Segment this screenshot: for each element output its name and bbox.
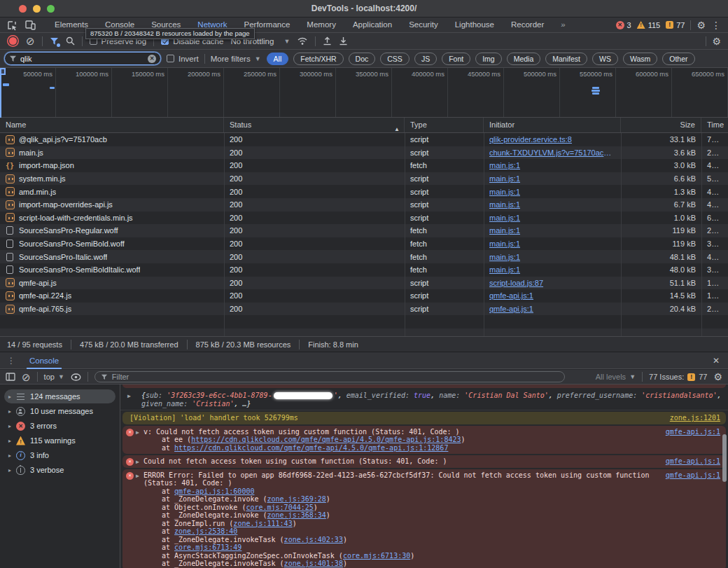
table-row[interactable] <box>0 328 728 336</box>
resource-type-pill[interactable]: Fetch/XHR <box>293 53 343 65</box>
stack-link[interactable]: https://cdn.qlikcloud.com/qmfe/qmfe-api/… <box>174 444 448 452</box>
expand-caret-icon[interactable]: ▸ <box>8 452 11 459</box>
drawer-menu-icon[interactable]: ⋮ <box>7 356 15 366</box>
stack-link[interactable]: https://cdn.qlikcloud.com/qmfe/qmfe-api/… <box>191 436 461 443</box>
console-sidebar-item[interactable]: ▸ 3 info <box>4 448 115 462</box>
expand-caret-icon[interactable]: ▸ <box>8 394 11 400</box>
panel-tab[interactable]: Lighthouse <box>447 18 503 32</box>
more-filters-dropdown[interactable]: More filters ▼ <box>211 55 261 63</box>
more-options-icon[interactable]: ⋮ <box>711 20 721 30</box>
resource-type-pill[interactable]: Wasm <box>623 53 657 65</box>
filter-toggle-icon[interactable] <box>50 37 59 46</box>
table-row[interactable]: @qlik_api.js?v=75170acb 200 script qlik-… <box>0 133 728 146</box>
initiator-link[interactable]: script-load.js:87 <box>489 279 615 287</box>
stack-link[interactable]: core.mjs:6713:30 <box>343 552 410 560</box>
panel-tab[interactable]: » <box>552 18 573 32</box>
table-row[interactable]: script-load-with-credentials.min.js 200 … <box>0 212 728 225</box>
resource-type-pill[interactable]: WS <box>592 53 618 65</box>
table-row[interactable]: SourceSansPro-Regular.woff 200 fetch mai… <box>0 224 728 237</box>
network-settings-gear-icon[interactable]: ⚙ <box>712 36 721 46</box>
table-row[interactable]: amd.min.js 200 script main.js:1 1.3 kB 4… <box>0 185 728 198</box>
stack-link[interactable]: core.mjs:6713:49 <box>174 543 241 551</box>
stack-link[interactable]: core.mjs:7044:25 <box>246 504 313 511</box>
expand-caret-icon[interactable]: ▶ <box>127 392 131 401</box>
initiator-link[interactable]: qlik-provider.service.ts:8 <box>489 135 615 144</box>
column-header-time[interactable]: Time <box>701 118 728 132</box>
source-link[interactable]: zone.js:1201 <box>670 414 720 422</box>
console-sidebar-item[interactable]: ▸ 124 messages <box>4 389 115 403</box>
export-har-icon[interactable] <box>339 36 348 46</box>
issues-count-badge[interactable]: 77 <box>666 21 685 29</box>
inspect-element-icon[interactable] <box>7 20 18 30</box>
device-toolbar-icon[interactable] <box>25 20 36 30</box>
column-header-type[interactable]: Type <box>405 118 484 132</box>
clear-network-log-icon[interactable]: ⊘ <box>26 36 35 46</box>
initiator-link[interactable]: main.js:1 <box>489 188 615 196</box>
expand-caret-icon[interactable]: ▶ <box>136 429 139 437</box>
resource-type-pill[interactable]: Manifest <box>545 53 587 65</box>
search-icon[interactable] <box>66 36 75 46</box>
console-sidebar-toggle-icon[interactable] <box>6 373 15 381</box>
error-count-badge[interactable]: ✕ 3 <box>616 21 631 29</box>
log-levels-dropdown[interactable]: All levels ▼ <box>596 373 636 381</box>
network-filter-input[interactable] <box>20 55 144 63</box>
stack-link[interactable]: zone.js:401:38 <box>284 560 343 567</box>
drawer-tab-console[interactable]: Console <box>22 352 66 369</box>
table-row[interactable] <box>0 315 728 328</box>
column-header-size[interactable]: Size <box>621 118 701 132</box>
live-expression-eye-icon[interactable] <box>71 373 81 381</box>
table-row[interactable]: SourceSansPro-SemiBoldItalic.woff 200 fe… <box>0 263 728 277</box>
settings-gear-icon[interactable]: ⚙ <box>696 20 706 30</box>
console-scrollbar-thumb[interactable] <box>722 434 727 482</box>
record-network-log-button[interactable] <box>9 37 17 45</box>
network-conditions-icon[interactable] <box>297 36 308 46</box>
invert-checkbox[interactable]: Invert <box>167 55 199 63</box>
stack-link[interactable]: zone.js:2538:40 <box>174 527 237 535</box>
table-row[interactable]: qmfe-api.js 200 script script-load.js:87… <box>0 277 728 290</box>
checkbox-unchecked[interactable] <box>167 55 174 62</box>
initiator-link[interactable]: chunk-TXDUYLVM.js?v=75170acb:59 <box>489 148 615 157</box>
stack-link[interactable]: zone.js:402:33 <box>284 536 343 543</box>
source-link[interactable]: qmfe-api.js:1 <box>666 471 720 480</box>
console-sidebar-item[interactable]: ▸ 3 errors <box>4 419 115 433</box>
initiator-link[interactable]: main.js:1 <box>489 226 615 235</box>
expand-caret-icon[interactable]: ▸ <box>8 438 11 444</box>
resource-type-pill[interactable]: CSS <box>380 53 410 65</box>
console-filter-input[interactable]: Filter <box>94 371 565 382</box>
initiator-link[interactable]: qmfe-api.js:1 <box>489 291 615 300</box>
resource-type-pill[interactable]: Doc <box>349 53 376 65</box>
source-link[interactable]: qmfe-api.js:1 <box>666 428 720 436</box>
table-row[interactable]: qmfe-api.224.js 200 script qmfe-api.js:1… <box>0 289 728 303</box>
initiator-link[interactable]: main.js:1 <box>489 200 615 209</box>
javascript-context-dropdown[interactable]: top ▼ <box>44 373 64 381</box>
table-row[interactable]: SourceSansPro-Italic.woff 200 fetch main… <box>0 250 728 263</box>
clear-console-icon[interactable]: ⊘ <box>22 372 31 382</box>
initiator-link[interactable]: qmfe-api.js:1 <box>489 305 615 313</box>
console-sidebar-item[interactable]: ▸ 10 user messages <box>4 404 115 418</box>
initiator-link[interactable]: main.js:1 <box>489 253 615 261</box>
expand-caret-icon[interactable]: ▸ <box>8 467 11 473</box>
resource-type-pill[interactable]: All <box>267 53 289 65</box>
panel-tab[interactable]: Recorder <box>503 18 552 32</box>
initiator-link[interactable]: main.js:1 <box>489 174 615 183</box>
table-row[interactable]: import-map-overrides-api.js 200 script m… <box>0 198 728 212</box>
console-sidebar-item[interactable]: ▸ 115 warnings <box>4 434 115 448</box>
issues-counter[interactable]: 77 Issues: 77 <box>649 373 707 381</box>
resource-type-pill[interactable]: Img <box>475 53 502 65</box>
table-row[interactable]: system.min.js 200 script main.js:1 6.6 k… <box>0 172 728 186</box>
console-sidebar-item[interactable]: ▸ 3 verbose <box>4 463 115 477</box>
table-row[interactable]: qmfe-api.765.js 200 script qmfe-api.js:1… <box>0 303 728 316</box>
table-row[interactable]: SourceSansPro-SemiBold.woff 200 fetch ma… <box>0 237 728 251</box>
panel-tab[interactable]: Application <box>344 18 400 32</box>
close-drawer-icon[interactable]: ✕ <box>713 356 720 366</box>
expand-caret-icon[interactable]: ▶ <box>136 472 139 480</box>
warning-count-badge[interactable]: 115 <box>637 21 661 29</box>
stack-link[interactable]: zone.js:111:43 <box>233 520 292 527</box>
initiator-link[interactable]: main.js:1 <box>489 265 615 274</box>
expand-caret-icon[interactable]: ▸ <box>8 408 11 415</box>
table-row[interactable]: import-map.json 200 fetch main.js:1 3.0 … <box>0 159 728 172</box>
column-header-initiator[interactable]: Initiator <box>484 118 621 132</box>
expand-caret-icon[interactable]: ▶ <box>136 458 139 466</box>
column-header-name[interactable]: Name <box>0 118 224 132</box>
panel-tab[interactable]: Security <box>400 18 447 32</box>
